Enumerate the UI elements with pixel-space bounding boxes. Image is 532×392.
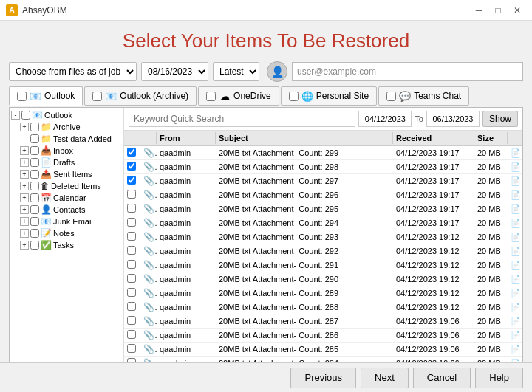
row-check-cell[interactable] [124, 357, 140, 362]
tasks-check[interactable] [30, 241, 39, 250]
tab-teams-chat[interactable]: 💬 Teams Chat [378, 86, 469, 106]
table-row[interactable]: 📎 qaadmin 20MB txt Attachment- Count: 28… [124, 314, 522, 329]
table-row[interactable]: 📎 qaadmin 20MB txt Attachment- Count: 29… [124, 272, 522, 286]
row-check-cell[interactable] [124, 230, 140, 244]
outlook-expander[interactable]: - [11, 111, 20, 120]
table-row[interactable]: 📎 qaadmin 20MB txt Attachment- Count: 28… [124, 357, 522, 362]
previous-button[interactable]: Previous [290, 368, 356, 388]
row-checkbox[interactable] [127, 344, 136, 353]
table-row[interactable]: 📎 qaadmin 20MB txt Attachment- Count: 29… [124, 202, 522, 216]
contacts-expander[interactable]: + [20, 205, 29, 214]
tab-outlook[interactable]: 📧 Outlook [9, 86, 83, 106]
row-check-cell[interactable] [124, 216, 140, 230]
row-check-cell[interactable] [124, 343, 140, 356]
test-data-check[interactable] [30, 134, 39, 143]
row-checkbox[interactable] [127, 274, 136, 283]
row-check-cell[interactable] [124, 202, 140, 216]
row-check-cell[interactable] [124, 146, 140, 159]
table-row[interactable]: 📎 qaadmin 20MB txt Attachment- Count: 29… [124, 188, 522, 202]
user-field[interactable] [292, 62, 523, 81]
table-row[interactable]: 📎 qaadmin 20MB txt Attachment- Count: 29… [124, 230, 522, 244]
row-checkbox[interactable] [127, 288, 136, 297]
row-check-cell[interactable] [124, 258, 140, 272]
show-button[interactable]: Show [482, 111, 518, 127]
calendar-expander[interactable]: + [20, 193, 29, 202]
tree-item-deleted[interactable]: + 🗑 Deleted Items [10, 180, 123, 192]
table-row[interactable]: 📎 qaadmin 20MB txt Attachment- Count: 28… [124, 286, 522, 300]
tab-personal-site[interactable]: 🌐 Personal Site [281, 86, 377, 106]
row-checkbox[interactable] [127, 330, 136, 339]
row-check-cell[interactable] [124, 329, 140, 342]
tree-item-calendar[interactable]: + 📅 Calendar [10, 192, 123, 204]
col-received[interactable]: Received [393, 132, 474, 144]
notes-expander[interactable]: + [20, 229, 29, 238]
row-checkbox[interactable] [127, 302, 136, 311]
row-checkbox[interactable] [127, 232, 136, 241]
row-checkbox[interactable] [127, 190, 136, 199]
row-checkbox[interactable] [127, 260, 136, 269]
inbox-expander[interactable]: + [20, 146, 29, 155]
deleted-check[interactable] [30, 182, 39, 190]
row-checkbox[interactable] [127, 358, 136, 362]
inbox-check[interactable] [30, 146, 39, 155]
tasks-expander[interactable]: + [20, 241, 29, 250]
tree-item-test-data[interactable]: 📁 Test data Added [10, 133, 123, 145]
junk-check[interactable] [30, 217, 39, 226]
tree-item-junk[interactable]: + 📧 Junk Email [10, 216, 123, 227]
col-subject[interactable]: Subject [216, 132, 393, 144]
sent-check[interactable] [30, 170, 39, 179]
tab-personal-site-checkbox[interactable] [289, 92, 299, 101]
row-checkbox[interactable] [127, 176, 136, 185]
tree-item-archive[interactable]: + 📁 Archive [10, 121, 123, 133]
minimize-button[interactable]: ─ [470, 3, 488, 18]
row-check-cell[interactable] [124, 286, 140, 300]
archive-expander[interactable]: + [20, 123, 29, 131]
row-checkbox[interactable] [127, 316, 136, 325]
sent-expander[interactable]: + [20, 170, 29, 179]
tree-item-notes[interactable]: + 📝 Notes [10, 227, 123, 239]
tree-item-drafts[interactable]: + 📄 Drafts [10, 157, 123, 168]
tab-outlook-archive[interactable]: 📧 Outlook (Archive) [84, 86, 197, 106]
date-to-input[interactable] [426, 111, 480, 127]
close-button[interactable]: ✕ [508, 3, 526, 18]
search-input[interactable] [129, 111, 355, 127]
help-button[interactable]: Help [475, 368, 523, 388]
tab-onedrive[interactable]: ☁ OneDrive [198, 86, 279, 106]
outlook-check[interactable] [21, 111, 30, 120]
tab-outlook-archive-checkbox[interactable] [92, 92, 102, 101]
archive-check[interactable] [30, 123, 39, 131]
drafts-check[interactable] [30, 158, 39, 167]
table-row[interactable]: 📎 qaadmin 20MB txt Attachment- Count: 29… [124, 146, 522, 160]
tab-outlook-checkbox[interactable] [17, 92, 27, 101]
next-button[interactable]: Next [361, 368, 409, 388]
cancel-button[interactable]: Cancel [413, 368, 471, 388]
profile-icon[interactable]: 👤 [267, 61, 287, 82]
tab-teams-chat-checkbox[interactable] [386, 92, 396, 101]
job-dropdown[interactable]: Choose from files as of job [9, 62, 137, 81]
date-from-input[interactable] [358, 111, 412, 127]
table-row[interactable]: 📎 qaadmin 20MB txt Attachment- Count: 29… [124, 258, 522, 272]
row-checkbox[interactable] [127, 204, 136, 213]
contacts-check[interactable] [30, 205, 39, 214]
maximize-button[interactable]: □ [489, 3, 507, 18]
table-row[interactable]: 📎 qaadmin 20MB txt Attachment- Count: 29… [124, 174, 522, 188]
row-check-cell[interactable] [124, 174, 140, 188]
version-dropdown[interactable]: Latest [213, 62, 259, 81]
col-size[interactable]: Size [474, 132, 508, 144]
junk-expander[interactable]: + [20, 217, 29, 226]
col-from[interactable]: From [157, 132, 216, 144]
notes-check[interactable] [30, 229, 39, 238]
row-check-cell[interactable] [124, 272, 140, 286]
row-check-cell[interactable] [124, 160, 140, 173]
row-check-cell[interactable] [124, 244, 140, 258]
tab-onedrive-checkbox[interactable] [206, 92, 216, 101]
tree-item-inbox[interactable]: + 📥 Inbox [10, 145, 123, 157]
row-checkbox[interactable] [127, 148, 136, 157]
table-row[interactable]: 📎 qaadmin 20MB txt Attachment- Count: 29… [124, 244, 522, 258]
row-check-cell[interactable] [124, 314, 140, 328]
tree-item-contacts[interactable]: + 👤 Contacts [10, 204, 123, 216]
table-row[interactable]: 📎 qaadmin 20MB txt Attachment- Count: 28… [124, 300, 522, 314]
tree-item-tasks[interactable]: + ✅ Tasks [10, 239, 123, 251]
row-check-cell[interactable] [124, 300, 140, 314]
deleted-expander[interactable]: + [20, 182, 29, 190]
